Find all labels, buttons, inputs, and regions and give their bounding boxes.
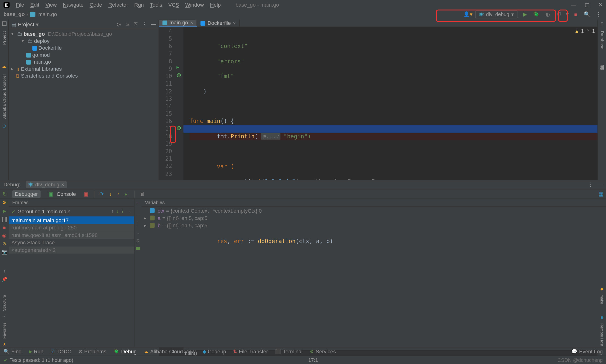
menu-view[interactable]: View [45,1,57,8]
code-with-me-icon[interactable]: 👤▾ [463,11,472,17]
remote-icon[interactable]: 🖥 [600,316,604,320]
step-out-icon[interactable]: ↑ [117,191,120,197]
menu-code[interactable]: Code [90,1,102,8]
menu-refactor[interactable]: Refactor [108,1,128,8]
breadcrumb-file[interactable]: main.go [38,11,57,17]
settings-icon[interactable]: ⚙ [2,200,6,206]
search-everywhere-icon[interactable]: 🔍 [583,11,591,17]
menu-file[interactable]: File [16,1,24,8]
evaluate-icon[interactable]: 🖩 [140,191,145,197]
expand-icon[interactable]: ⇲ [125,21,130,27]
settings-icon[interactable]: ⋮ [142,21,147,27]
up-icon[interactable]: ↑ [137,221,139,226]
warning-icon[interactable]: ▲ [576,28,578,34]
hide-icon[interactable]: — [151,21,156,27]
left-label-project[interactable]: Project [2,31,6,45]
database-icon[interactable]: 🗄 [600,22,604,26]
tool-todo[interactable]: ☑TODO [50,348,71,354]
debug-button[interactable]: 🪲 [532,11,541,17]
hide-icon[interactable]: — [597,182,603,188]
copy-icon[interactable]: ⎘ [136,238,140,243]
menu-vcs[interactable]: VCS [168,1,179,8]
stop-icon[interactable]: ■ [3,225,6,230]
variable-row[interactable]: ▸ b = {[]int} len:5, cap:5 [142,222,606,229]
tree-file-maingo[interactable]: main.go [9,58,159,65]
more-icon[interactable]: ⋮ [127,208,131,214]
left-label-alibaba[interactable]: Alibaba Cloud Explorer [2,74,6,118]
run-to-cursor-icon[interactable]: ▸| [125,191,129,197]
profile-button[interactable]: ⏱ [555,11,563,17]
stack-frame[interactable]: <autogenerated>:2 [9,247,134,254]
run-config-selector[interactable]: 🕷 dlv_debug ▾ [475,10,518,18]
menu-edit[interactable]: Edit [30,1,39,8]
close-tab-icon[interactable]: × [190,20,193,25]
layout-icon[interactable]: ▦ [599,191,603,197]
tree-scratches[interactable]: ⧉Scratches and Consoles [9,72,159,79]
resume-icon[interactable]: ▶ [3,208,6,214]
breakpoint-icon[interactable] [177,73,181,77]
right-label-make[interactable]: make [600,295,604,304]
layout-icon[interactable]: ⫶ [3,269,6,274]
filter-icon[interactable]: ⫯ [121,208,124,214]
minimize-icon[interactable]: — [571,1,576,8]
tree-external-libraries[interactable]: ▸⫾External Libraries [9,65,159,73]
coverage-button[interactable]: ◐ [543,11,552,17]
menu-help[interactable]: Help [210,1,221,8]
thread-dump-icon[interactable]: ▣ [84,191,89,197]
target-icon[interactable]: ◎ [117,21,121,27]
stack-frame[interactable]: runtime.goexit at asm_amd64.s:1598 [9,231,134,239]
maximize-icon[interactable]: ▢ [585,1,589,8]
run-gutter-icon[interactable]: ▶ [176,65,179,69]
tab-dockerfile[interactable]: Dockerfile× [197,20,240,27]
left-label-structure[interactable]: Structure [2,295,6,311]
cursor-position[interactable]: 17:1 [308,357,318,363]
structure-icon[interactable]: ⫯ [3,314,5,319]
tool-find[interactable]: 🔍Find [3,348,22,354]
stack-frame[interactable]: runtime.main at proc.go:250 [9,224,134,231]
camera-icon[interactable]: 📷 [1,249,8,255]
tree-file-gomod[interactable]: go.mod [9,52,159,59]
breakpoints-icon[interactable]: ◉ [2,233,6,238]
tool-run[interactable]: ▶Run [29,348,43,354]
breadcrumb-project[interactable]: base_go [3,11,25,17]
variable-row[interactable]: ▸ a = {[]int} len:5, cap:5 [142,214,606,222]
breakpoint-icon[interactable] [177,126,181,130]
project-panel-title[interactable]: Project [18,21,34,27]
menu-window[interactable]: Window [185,1,204,8]
status-tests[interactable]: ✔ Tests passed: 1 (1 hour ago) [3,357,73,363]
stack-frame[interactable]: main.main at main.go:17 [9,216,134,224]
rerun-icon[interactable]: ↻ [3,191,7,197]
right-label-remote[interactable]: Remote Host [600,324,604,347]
breadcrumb[interactable]: base_go › main.go [3,11,57,17]
run-button[interactable]: ▶ [521,11,529,17]
add-watch-icon[interactable]: ＋ [136,201,140,208]
cloud-icon[interactable]: ☁ [2,64,6,68]
tool-debug[interactable]: 🪲Debug [113,348,136,354]
tree-file-dockerfile[interactable]: Dockerfile [9,44,159,52]
close-window-icon[interactable]: ✕ [598,1,603,8]
mute-breakpoints-icon[interactable]: ⊘ [2,241,6,247]
tag-icon[interactable] [136,247,140,250]
tree-root[interactable]: ▾🗀 base_go D:\GolandProjects\base_go [9,30,159,38]
step-into-icon[interactable]: ↓ [109,191,112,197]
debug-config-tab[interactable]: 🕷 dlv_debug × [26,181,67,188]
link-icon[interactable]: ⬡ [2,124,6,128]
menu-navigate[interactable]: Navigate [63,1,83,8]
tab-debugger[interactable]: Debugger [12,190,40,198]
tab-main-go[interactable]: main.go× [159,20,197,27]
tree-folder-deploy[interactable]: ▾🗀deploy [9,38,159,45]
settings-icon[interactable]: ⋮ [588,182,593,188]
menu-run[interactable]: Run [134,1,144,8]
remove-watch-icon[interactable]: － [136,211,140,217]
next-frame-icon[interactable]: ↓ [117,208,119,214]
collapse-icon[interactable]: ⇱ [134,21,138,27]
down-icon[interactable]: ↓ [137,229,139,235]
right-label-observer[interactable]: 应用观察器 [599,62,605,63]
close-tab-icon[interactable]: × [233,21,236,26]
pin-icon[interactable]: 📌 [1,277,8,282]
settings-icon[interactable]: ⋮ [594,11,603,17]
star-icon[interactable]: ★ [3,342,6,346]
project-tool-icon[interactable] [2,21,6,26]
project-tree[interactable]: ▾🗀 base_go D:\GolandProjects\base_go ▾🗀d… [9,29,159,81]
make-icon[interactable]: ◆ [600,287,603,291]
